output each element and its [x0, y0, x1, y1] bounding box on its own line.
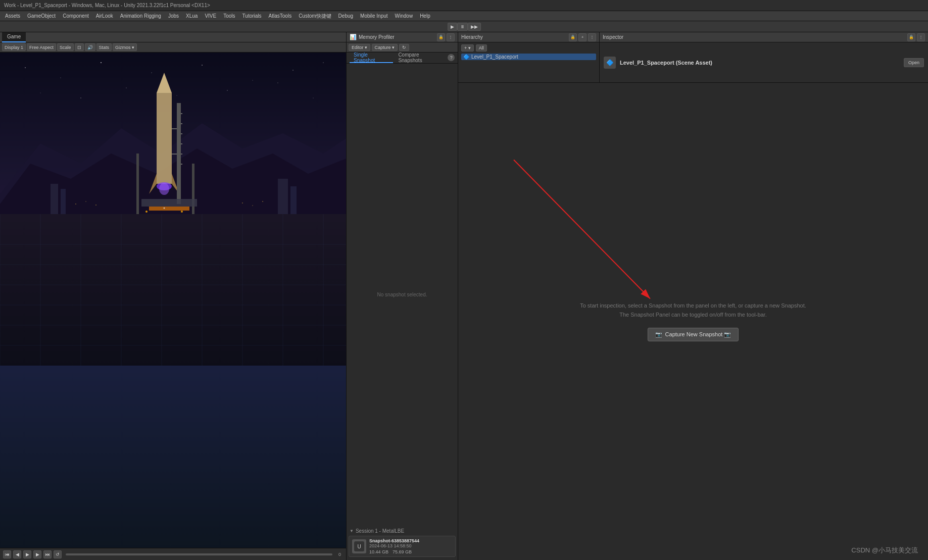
capture-dropdown-icon: ▾: [392, 45, 395, 50]
svg-rect-53: [51, 184, 58, 214]
game-canvas: [0, 53, 346, 548]
menu-assets[interactable]: Assets: [2, 12, 23, 20]
tab-single-snapshot[interactable]: Single Snapshot: [350, 53, 393, 63]
memory-profiler-toolbar: Editor ▾ Capture ▾ ↻: [347, 42, 458, 53]
timeline-prev[interactable]: ◀: [13, 550, 21, 558]
hierarchy-add[interactable]: +: [578, 33, 587, 41]
game-tab-bar: Game: [0, 32, 346, 42]
svg-rect-43: [181, 133, 182, 134]
svg-point-9: [40, 93, 41, 93]
inspector-lock[interactable]: 🔒: [907, 33, 915, 41]
editor-button[interactable]: Editor ▾: [349, 44, 370, 51]
scene-toolbar-mute[interactable]: 🔊: [85, 43, 95, 51]
tab-compare-snapshots[interactable]: Compare Snapshots: [394, 53, 447, 63]
svg-rect-55: [278, 179, 288, 214]
open-scene-button[interactable]: Open: [904, 58, 924, 67]
svg-point-63: [242, 202, 243, 203]
snapshot-name: Snapshot-63853887544: [369, 538, 452, 543]
menu-component[interactable]: Component: [60, 12, 92, 20]
scene-toolbar-maximize[interactable]: ⊡: [75, 43, 84, 51]
hierarchy-title: Hierarchy: [461, 34, 483, 40]
timeline-start[interactable]: ⏮: [3, 550, 11, 558]
memory-profiler-menu[interactable]: ⋮: [447, 33, 455, 41]
timeline-play[interactable]: ▶: [23, 550, 31, 558]
capture-btn-label: Capture New Snapshot 📷: [665, 331, 731, 338]
watermark: CSDN @小马技美交流: [851, 546, 918, 555]
timeline-slider[interactable]: [66, 553, 332, 555]
menu-atlastools[interactable]: AtlasTools: [266, 12, 295, 20]
svg-rect-47: [172, 128, 177, 129]
no-snapshot-text: No snapshot selected.: [377, 292, 427, 297]
scene-toolbar-display[interactable]: Display 1: [2, 43, 26, 51]
inspector-header: Inspector 🔒 ⋮: [600, 32, 928, 42]
timeline-end[interactable]: ⏭: [43, 550, 52, 558]
menu-debug[interactable]: Debug: [335, 12, 356, 20]
svg-point-64: [252, 205, 253, 206]
svg-point-14: [277, 82, 278, 83]
menu-jobs[interactable]: Jobs: [165, 12, 182, 20]
hierarchy-lock[interactable]: 🔒: [569, 33, 577, 41]
editor-label: Editor: [352, 45, 364, 50]
menu-vive[interactable]: VIVE: [202, 12, 219, 20]
svg-rect-52: [149, 207, 189, 211]
menu-help[interactable]: Help: [417, 12, 433, 20]
timeline-loop[interactable]: ↺: [54, 550, 62, 558]
menu-mobile-input[interactable]: Mobile Input: [357, 12, 390, 20]
snapshot-size-resident: 75.69 GB: [393, 549, 412, 554]
svg-point-2: [60, 77, 61, 78]
svg-point-8: [323, 62, 323, 63]
main-area: Game Display 1 Free Aspect Scale ⊡ 🔊 Sta…: [0, 32, 928, 560]
inspector-content: 🔷 Level_P1_Spaceport (Scene Asset) Open: [600, 42, 928, 82]
memory-profiler-tabs: Single Snapshot Compare Snapshots ?: [347, 53, 458, 64]
timeline-next[interactable]: ▶: [33, 550, 41, 558]
inspector-asset-info: Level_P1_Spaceport (Scene Asset): [620, 60, 712, 66]
right-panel: Hierarchy 🔒 + ⋮ + ▾ All 🔷 Level_P1_Space…: [458, 32, 928, 560]
help-icon[interactable]: ?: [448, 54, 455, 61]
svg-point-3: [101, 62, 102, 63]
tab-single-snapshot-label: Single Snapshot: [354, 52, 389, 63]
scene-toolbar-gizmos[interactable]: Gizmos ▾: [113, 43, 137, 51]
tab-game[interactable]: Game: [2, 32, 26, 42]
play-button[interactable]: ▶: [448, 23, 457, 31]
session-header: ▼ Session 1 - MetalLBE: [347, 527, 458, 535]
menu-airlook[interactable]: AirLook: [93, 12, 116, 20]
scene-toolbar-stats[interactable]: Stats: [96, 43, 112, 51]
svg-point-65: [262, 201, 263, 202]
menu-xlua[interactable]: XLua: [183, 12, 201, 20]
unity-icon: U: [354, 541, 364, 551]
menu-window[interactable]: Window: [392, 12, 416, 20]
inspector-panel: Inspector 🔒 ⋮ 🔷 Level_P1_Spaceport (Scen…: [600, 32, 928, 82]
refresh-button[interactable]: ↻: [399, 44, 409, 51]
svg-point-4: [151, 72, 152, 73]
svg-point-5: [202, 65, 203, 66]
hierarchy-menu[interactable]: ⋮: [588, 33, 596, 41]
menu-animation-rigging[interactable]: Animation Rigging: [117, 12, 164, 20]
menu-tools[interactable]: Tools: [220, 12, 238, 20]
no-snapshot-area: No snapshot selected.: [347, 64, 458, 525]
scene-toolbar-scale[interactable]: Scale: [57, 43, 74, 51]
capture-new-snapshot-button[interactable]: 📷 Capture New Snapshot 📷: [648, 328, 739, 341]
menu-gameobject[interactable]: GameObject: [24, 12, 59, 20]
snapshot-item[interactable]: U Snapshot-63853887544 2024-06-13 14:58:…: [349, 536, 456, 557]
menu-tutorials[interactable]: Tutorials: [239, 12, 265, 20]
hierarchy-item-scene[interactable]: 🔷 Level_P1_Spaceport: [461, 54, 596, 60]
menu-custom-shortcut[interactable]: Custom快捷键: [296, 12, 334, 21]
svg-point-12: [177, 95, 177, 96]
scene-toolbar-aspect[interactable]: Free Aspect: [27, 43, 56, 51]
pause-button[interactable]: ⏸: [457, 23, 468, 31]
capture-button[interactable]: Capture ▾: [372, 44, 398, 51]
game-scene-area: Game Display 1 Free Aspect Scale ⊡ 🔊 Sta…: [0, 32, 346, 560]
bottom-timeline: ⏮ ◀ ▶ ▶ ⏭ ↺ 0: [0, 548, 346, 560]
snapshot-sizes: 10.44 GB 75.69 GB: [369, 549, 452, 554]
red-arrow-annotation: [458, 83, 928, 560]
step-button[interactable]: ▶▶: [468, 23, 481, 31]
memory-profiler-lock[interactable]: 🔒: [437, 33, 445, 41]
svg-point-10: [80, 97, 81, 98]
svg-point-11: [126, 87, 126, 88]
snapshot-info: Snapshot-63853887544 2024-06-13 14:58:50…: [369, 538, 452, 554]
svg-point-61: [85, 201, 86, 202]
inspector-menu[interactable]: ⋮: [917, 33, 925, 41]
svg-point-1: [25, 67, 26, 68]
hierarchy-search[interactable]: All: [476, 44, 487, 52]
hierarchy-all-filter[interactable]: + ▾: [461, 44, 474, 52]
